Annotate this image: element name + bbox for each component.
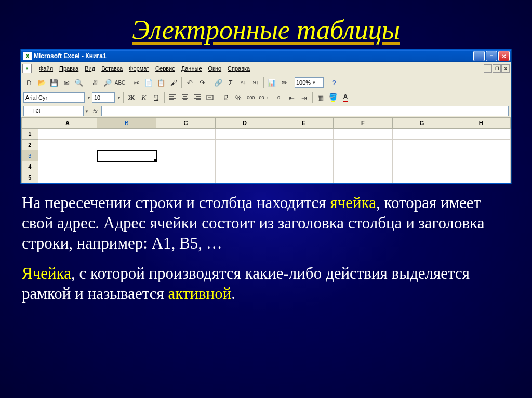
- format-painter-icon[interactable]: 🖌: [168, 77, 179, 88]
- chart-icon[interactable]: 📊: [266, 77, 277, 88]
- cell[interactable]: [274, 172, 334, 183]
- menu-format[interactable]: Формат: [126, 64, 152, 73]
- cell[interactable]: [451, 140, 511, 150]
- select-all-corner[interactable]: [22, 118, 38, 129]
- drawing-icon[interactable]: ✏: [278, 77, 290, 88]
- formula-input[interactable]: [101, 106, 509, 116]
- spellcheck-icon[interactable]: ABC: [114, 77, 126, 88]
- autosum-icon[interactable]: Σ: [225, 77, 236, 88]
- workbook-icon[interactable]: X: [22, 64, 32, 73]
- cell[interactable]: [97, 129, 156, 140]
- merge-center-icon[interactable]: [204, 92, 216, 103]
- row-header[interactable]: 2: [22, 140, 38, 150]
- email-icon[interactable]: ✉: [61, 77, 72, 88]
- minimize-button[interactable]: _: [473, 51, 485, 61]
- font-color-icon[interactable]: A: [340, 92, 351, 103]
- cell[interactable]: [274, 150, 334, 161]
- cell[interactable]: [392, 140, 451, 150]
- paste-icon[interactable]: 📋: [155, 77, 167, 88]
- menu-file[interactable]: Файл: [36, 64, 56, 73]
- bold-button[interactable]: Ж: [126, 92, 137, 103]
- decrease-indent-icon[interactable]: ⇤: [286, 92, 298, 103]
- cell[interactable]: [334, 161, 393, 172]
- menu-insert[interactable]: Вставка: [98, 64, 126, 73]
- menu-tools[interactable]: Сервис: [152, 64, 178, 73]
- search-icon[interactable]: 🔍: [73, 77, 85, 88]
- decrease-decimal-icon[interactable]: ←.0: [270, 92, 282, 103]
- cell[interactable]: [215, 140, 274, 150]
- increase-decimal-icon[interactable]: .00→: [258, 92, 269, 103]
- cell[interactable]: [215, 172, 274, 183]
- menu-help[interactable]: Справка: [224, 64, 253, 73]
- cell[interactable]: [334, 172, 393, 183]
- open-icon[interactable]: 📂: [36, 77, 47, 88]
- fx-label[interactable]: fx: [89, 108, 102, 114]
- cell[interactable]: [451, 172, 511, 183]
- menu-edit[interactable]: Правка: [56, 64, 82, 73]
- cell[interactable]: [392, 161, 451, 172]
- row-header[interactable]: 1: [22, 129, 38, 140]
- column-header[interactable]: F: [334, 118, 393, 129]
- increase-indent-icon[interactable]: ⇥: [299, 92, 310, 103]
- mdi-minimize-button[interactable]: _: [484, 64, 492, 73]
- percent-icon[interactable]: %: [233, 92, 244, 103]
- cell[interactable]: [38, 150, 97, 161]
- cell[interactable]: [156, 150, 216, 161]
- zoom-combo[interactable]: 100%▼: [295, 77, 324, 88]
- spreadsheet-grid[interactable]: ABCDEFGH12345: [21, 117, 511, 183]
- save-icon[interactable]: 💾: [48, 77, 60, 88]
- align-center-icon[interactable]: [179, 92, 191, 103]
- maximize-button[interactable]: □: [486, 51, 497, 61]
- column-header[interactable]: D: [215, 118, 274, 129]
- currency-icon[interactable]: ₽: [220, 92, 232, 103]
- cell[interactable]: [334, 140, 393, 150]
- align-left-icon[interactable]: [167, 92, 178, 103]
- cell[interactable]: [38, 172, 97, 183]
- cell[interactable]: [451, 129, 511, 140]
- column-header[interactable]: C: [156, 118, 216, 129]
- help-icon[interactable]: ?: [328, 77, 340, 88]
- cell[interactable]: [451, 150, 511, 161]
- column-header[interactable]: A: [38, 118, 97, 129]
- cell[interactable]: [38, 140, 97, 150]
- name-box[interactable]: B3: [23, 106, 84, 116]
- cell[interactable]: [38, 129, 97, 140]
- cell[interactable]: [215, 129, 274, 140]
- cell[interactable]: [334, 129, 393, 140]
- fill-color-icon[interactable]: 🪣: [327, 92, 339, 103]
- copy-icon[interactable]: 📄: [143, 77, 154, 88]
- align-right-icon[interactable]: [192, 92, 203, 103]
- cell[interactable]: [392, 172, 451, 183]
- row-header[interactable]: 3: [22, 150, 38, 161]
- cell[interactable]: [97, 140, 156, 150]
- cell[interactable]: [274, 129, 334, 140]
- cell[interactable]: [215, 150, 274, 161]
- cell[interactable]: [38, 161, 97, 172]
- sort-desc-icon[interactable]: Я↓: [250, 77, 261, 88]
- font-size-combo[interactable]: 10: [92, 92, 115, 103]
- cell[interactable]: [274, 140, 334, 150]
- print-icon[interactable]: 🖶: [89, 77, 101, 88]
- cell[interactable]: [97, 172, 156, 183]
- cell[interactable]: [392, 129, 451, 140]
- borders-icon[interactable]: ▦: [315, 92, 326, 103]
- menu-window[interactable]: Окно: [205, 64, 225, 73]
- cell[interactable]: [334, 150, 393, 161]
- new-icon[interactable]: 🗋: [23, 77, 35, 88]
- mdi-restore-button[interactable]: ❐: [493, 64, 501, 73]
- redo-icon[interactable]: ↷: [196, 77, 208, 88]
- column-header[interactable]: G: [392, 118, 451, 129]
- hyperlink-icon[interactable]: 🔗: [212, 77, 224, 88]
- cell[interactable]: [215, 161, 274, 172]
- cut-icon[interactable]: ✂: [130, 77, 142, 88]
- dropdown-icon[interactable]: ▼: [84, 109, 89, 114]
- undo-icon[interactable]: ↶: [184, 77, 195, 88]
- close-button[interactable]: ✕: [498, 51, 510, 61]
- cell[interactable]: [392, 150, 451, 161]
- cell[interactable]: [451, 161, 511, 172]
- cell[interactable]: [274, 161, 334, 172]
- column-header[interactable]: E: [274, 118, 334, 129]
- cell[interactable]: [156, 161, 216, 172]
- cell[interactable]: [156, 129, 216, 140]
- menu-view[interactable]: Вид: [82, 64, 98, 73]
